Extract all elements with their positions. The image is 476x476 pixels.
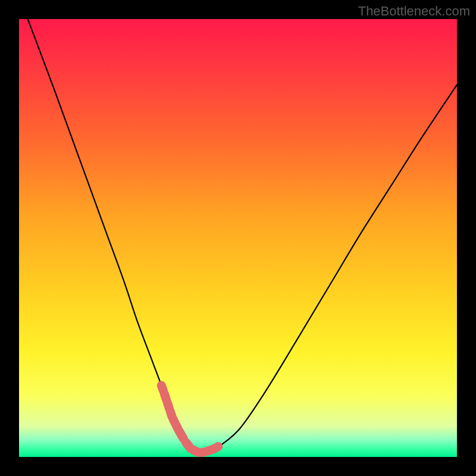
threshold-markers (161, 386, 218, 453)
threshold-marker-segment (179, 431, 184, 439)
watermark-text: TheBottleneck.com (358, 4, 470, 19)
chart-overlay (19, 19, 457, 457)
bottleneck-curve (19, 19, 457, 453)
threshold-marker-segment (214, 446, 218, 449)
chart-canvas (19, 19, 457, 457)
